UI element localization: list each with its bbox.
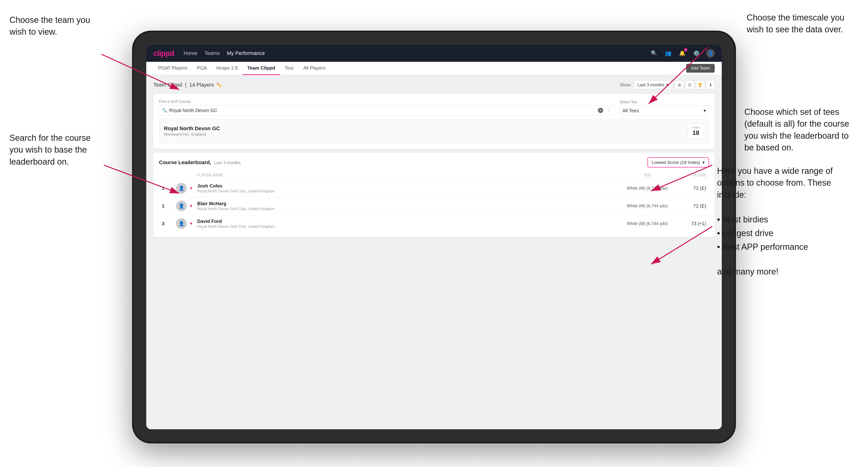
annotation-bottom-left: Search for the course you wish to base t… bbox=[9, 132, 91, 168]
player-info-1: Josh Coles Royal North Devon Golf Club, … bbox=[197, 183, 617, 193]
course-location: Westward Ho!, England bbox=[164, 132, 687, 137]
col-header-tee: TEE bbox=[617, 173, 678, 177]
search-row: Find a Golf Course 🔍 ✕ ☆ Select Tee All … bbox=[159, 99, 709, 116]
trophy-view-button[interactable]: 🏆 bbox=[696, 81, 704, 89]
favourite-heart-1[interactable]: ♥ bbox=[187, 186, 195, 191]
player-name-3: David Ford bbox=[197, 219, 617, 224]
col-header-name: PLAYER NAME bbox=[197, 173, 617, 177]
course-search-wrapper: 🔍 ✕ ☆ bbox=[159, 105, 615, 116]
rank-2: 1 bbox=[162, 203, 176, 209]
col-header-rank bbox=[162, 173, 176, 177]
main-content: Team Clippd | 14 Players ✏️ Show: Last 3… bbox=[146, 75, 722, 429]
view-icons: ⊞ ☰ 🏆 ⬇ bbox=[675, 81, 715, 89]
player-club-1: Royal North Devon Golf Club, United King… bbox=[197, 189, 617, 193]
nav-link-teams[interactable]: Teams bbox=[205, 50, 220, 56]
subnav: PGAT Players PGA Hcaps 1-5 Team Clippd T… bbox=[146, 62, 722, 75]
subnav-teamclippd[interactable]: Team Clippd bbox=[243, 62, 280, 75]
table-row: 3 👤 ♥ David Ford Royal North Devon Golf … bbox=[159, 215, 709, 232]
select-tee-label: Select Tee bbox=[619, 100, 709, 104]
favourite-button[interactable]: ☆ bbox=[607, 107, 612, 114]
score-val-1: 72 (E) bbox=[678, 186, 706, 191]
rank-1: 1 bbox=[162, 186, 176, 191]
annotation-top-right: Choose the timescale you wish to see the… bbox=[747, 12, 844, 36]
col-header-score: SCORE bbox=[678, 173, 706, 177]
tee-info-1: White (M) (6,744 yds) bbox=[617, 186, 678, 191]
table-header-row: PLAYER NAME TEE SCORE bbox=[159, 171, 709, 180]
bell-icon[interactable]: 🔔 1 bbox=[678, 49, 686, 58]
player-name-2: Blair McHarg bbox=[197, 201, 617, 206]
favourite-heart-3[interactable]: ♥ bbox=[187, 221, 195, 226]
subnav-hcaps[interactable]: Hcaps 1-5 bbox=[212, 62, 243, 75]
chevron-down-icon: ▾ bbox=[666, 82, 668, 88]
player-club-3: Royal North Devon Golf Club, United King… bbox=[197, 224, 617, 229]
score-select-chevron: ▾ bbox=[703, 160, 705, 165]
and-many-more: and many more! bbox=[717, 267, 778, 276]
bullet-item-1: Longest drive bbox=[717, 226, 849, 240]
holes-value: 18 bbox=[691, 129, 700, 136]
course-result: Royal North Devon GC Westward Ho!, Engla… bbox=[159, 119, 709, 143]
leaderboard-card: Course Leaderboard, Last 3 months Lowest… bbox=[153, 153, 715, 237]
leaderboard-header: Course Leaderboard, Last 3 months Lowest… bbox=[159, 157, 709, 167]
player-club-2: Royal North Devon Golf Club, United King… bbox=[197, 207, 617, 211]
tee-select-dropdown[interactable]: All Tees ▾ bbox=[619, 106, 709, 116]
col-header-fav bbox=[188, 173, 197, 177]
bottom-right-intro: Here you have a wide range of options to… bbox=[717, 166, 833, 199]
team-header: Team Clippd | 14 Players ✏️ Show: Last 3… bbox=[153, 81, 715, 89]
tee-info-2: White (M) (6,744 yds) bbox=[617, 204, 678, 209]
list-view-button[interactable]: ☰ bbox=[685, 81, 694, 89]
player-avatar-1: 👤 bbox=[176, 183, 187, 194]
clear-search-button[interactable]: ✕ bbox=[598, 108, 603, 113]
bullet-item-0: Most birdies bbox=[717, 213, 849, 226]
player-avatar-3: 👤 bbox=[176, 218, 187, 229]
search-icon[interactable]: 🔍 bbox=[650, 49, 658, 58]
course-name: Royal North Devon GC bbox=[164, 125, 687, 132]
time-select[interactable]: Last 3 months ▾ bbox=[634, 81, 672, 89]
grid-view-button[interactable]: ⊞ bbox=[675, 81, 684, 89]
edit-icon[interactable]: ✏️ bbox=[217, 82, 222, 88]
favourite-heart-2[interactable]: ♥ bbox=[187, 204, 195, 209]
annotation-top-left: Choose the team you wish to view. bbox=[9, 14, 90, 38]
score-type-select[interactable]: Lowest Score (18 holes) ▾ bbox=[647, 157, 709, 167]
table-row: 1 👤 ♥ Josh Coles Royal North Devon Golf … bbox=[159, 180, 709, 197]
course-info: Royal North Devon GC Westward Ho!, Engla… bbox=[164, 125, 687, 137]
add-team-button[interactable]: Add Team bbox=[686, 64, 715, 73]
tablet-screen: clippd Home Teams My Performance 🔍 👥 🔔 1… bbox=[146, 45, 722, 429]
tee-info-3: White (M) (6,744 yds) bbox=[617, 221, 678, 226]
options-bullet-list: Most birdies Longest drive Best APP perf… bbox=[717, 213, 849, 254]
team-title: Team Clippd | 14 Players bbox=[153, 82, 214, 88]
nav-icons: 🔍 👥 🔔 1 ⚙️ 👤 bbox=[650, 49, 715, 58]
score-val-2: 72 (E) bbox=[678, 203, 706, 209]
col-header-avatar bbox=[176, 173, 188, 177]
tee-chevron-icon: ▾ bbox=[704, 108, 706, 114]
subnav-pgat[interactable]: PGAT Players bbox=[153, 62, 192, 75]
tablet-frame: clippd Home Teams My Performance 🔍 👥 🔔 1… bbox=[132, 31, 736, 443]
user-avatar[interactable]: 👤 bbox=[706, 49, 715, 58]
table-row: 1 👤 ♥ Blair McHarg Royal North Devon Gol… bbox=[159, 197, 709, 215]
settings-icon[interactable]: ⚙️ bbox=[692, 49, 701, 58]
score-val-3: 73 (+1) bbox=[678, 221, 706, 226]
notification-badge: 1 bbox=[684, 48, 687, 52]
find-course-label: Find a Golf Course bbox=[159, 99, 615, 104]
people-icon[interactable]: 👥 bbox=[664, 49, 672, 58]
annotation-middle-right: Choose which set of tees (default is all… bbox=[744, 106, 849, 154]
navbar: clippd Home Teams My Performance 🔍 👥 🔔 1… bbox=[146, 45, 722, 62]
nav-link-myperformance[interactable]: My Performance bbox=[227, 50, 265, 56]
player-info-3: David Ford Royal North Devon Golf Club, … bbox=[197, 219, 617, 229]
course-search-input[interactable] bbox=[169, 108, 596, 113]
leaderboard-title: Course Leaderboard, Last 3 months bbox=[159, 159, 241, 165]
tee-select-group: Select Tee All Tees ▾ bbox=[619, 100, 709, 116]
subnav-pga[interactable]: PGA bbox=[192, 62, 212, 75]
search-icon-small: 🔍 bbox=[162, 108, 167, 113]
annotation-bottom-right: Here you have a wide range of options to… bbox=[717, 165, 849, 278]
search-card: Find a Golf Course 🔍 ✕ ☆ Select Tee All … bbox=[153, 94, 715, 149]
subnav-allplayers[interactable]: All Players bbox=[299, 62, 330, 75]
player-info-2: Blair McHarg Royal North Devon Golf Club… bbox=[197, 201, 617, 211]
nav-links: Home Teams My Performance bbox=[184, 50, 265, 56]
rank-3: 3 bbox=[162, 221, 176, 226]
download-button[interactable]: ⬇ bbox=[706, 81, 715, 89]
bullet-item-2: Best APP performance bbox=[717, 240, 849, 254]
holes-label: Holes bbox=[691, 125, 700, 129]
subnav-tour[interactable]: Tour bbox=[280, 62, 299, 75]
leaderboard-table: PLAYER NAME TEE SCORE 1 👤 ♥ Josh Coles R… bbox=[159, 171, 709, 232]
nav-link-home[interactable]: Home bbox=[184, 50, 197, 56]
